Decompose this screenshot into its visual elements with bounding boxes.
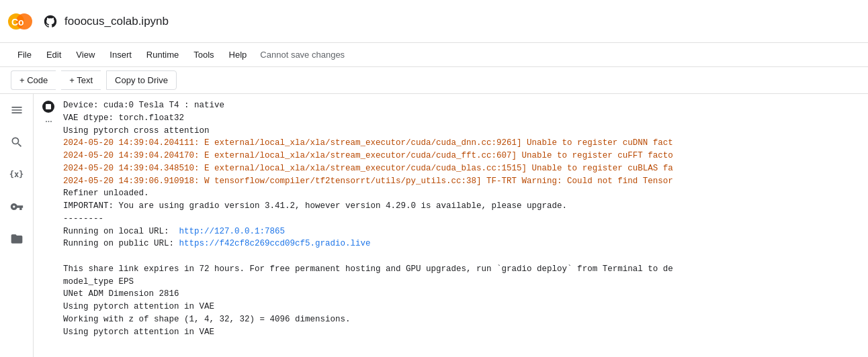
output-line: -------- xyxy=(63,213,863,225)
logo-area: Co xyxy=(7,8,34,35)
cannot-save-warning[interactable]: Cannot save changes xyxy=(260,50,345,60)
output-line: Using pytorch cross attention xyxy=(63,125,863,138)
output-line: This share link expires in 72 hours. For… xyxy=(63,263,863,276)
menu-insert[interactable]: Insert xyxy=(103,47,138,62)
notebook-title: fooocus_colab.ipynb xyxy=(64,15,169,28)
output-line: Using pytorch attention in VAE xyxy=(63,326,863,339)
public-url-link[interactable]: https://f42cf8c269ccd09cf5.gradio.live xyxy=(179,239,371,248)
copy-to-drive-button[interactable]: Copy to Drive xyxy=(106,70,177,90)
variables-sidebar-icon[interactable]: {x} xyxy=(6,164,28,185)
output-line: Refiner unloaded. xyxy=(63,187,863,200)
menu-runtime[interactable]: Runtime xyxy=(140,47,185,62)
cell-controls: ··· xyxy=(39,99,58,338)
output-line-public-url: Running on public URL: https://f42cf8c26… xyxy=(63,238,863,250)
menu-edit[interactable]: Edit xyxy=(40,47,68,62)
output-line: Device: cuda:0 Tesla T4 : native xyxy=(63,99,863,112)
secrets-sidebar-icon[interactable] xyxy=(6,196,28,217)
output-line: 2024-05-20 14:39:04.348510: E external/l… xyxy=(63,162,863,175)
add-code-button[interactable]: + Code xyxy=(11,70,56,90)
toc-sidebar-icon[interactable] xyxy=(6,99,28,121)
output-line: VAE dtype: torch.float32 xyxy=(63,112,863,125)
search-sidebar-icon[interactable] xyxy=(6,132,28,153)
files-sidebar-icon[interactable] xyxy=(6,228,28,250)
output-cell: ··· Device: cuda:0 Tesla T4 : native VAE… xyxy=(34,94,868,338)
menu-bar: File Edit View Insert Runtime Tools Help… xyxy=(0,43,868,67)
cell-menu-button[interactable]: ··· xyxy=(45,115,52,128)
output-line: 2024-05-20 14:39:04.204111: E external/l… xyxy=(63,137,863,150)
menu-tools[interactable]: Tools xyxy=(187,47,220,62)
content-area: ··· Device: cuda:0 Tesla T4 : native VAE… xyxy=(34,94,868,357)
top-bar: Co fooocus_colab.ipynb xyxy=(0,0,868,43)
copy-drive-label: Copy to Drive xyxy=(115,75,168,85)
output-line: Using pytorch attention in VAE xyxy=(63,301,863,313)
output-line: model_type EPS xyxy=(63,276,863,289)
output-text: Device: cuda:0 Tesla T4 : native VAE dty… xyxy=(63,99,863,338)
toolbar: + Code + Text Copy to Drive xyxy=(0,67,868,94)
svg-text:Co: Co xyxy=(11,17,24,28)
sidebar: {x} xyxy=(0,94,34,357)
stop-icon xyxy=(46,104,51,109)
main-layout: {x} ··· Device: cuda:0 Tesla T4 : native xyxy=(0,94,868,357)
plus-text-label: + Text xyxy=(69,75,93,85)
local-url-link[interactable]: http://127.0.0.1:7865 xyxy=(179,227,286,236)
plus-code-label: + Code xyxy=(19,75,48,85)
output-line: IMPORTANT: You are using gradio version … xyxy=(63,200,863,213)
add-text-button[interactable]: + Text xyxy=(61,70,101,90)
output-line: 2024-05-20 14:39:04.204170: E external/l… xyxy=(63,150,863,162)
stop-button[interactable] xyxy=(42,101,54,113)
output-line: 2024-05-20 14:39:06.910918: W tensorflow… xyxy=(63,175,863,188)
output-line: Working with z of shape (1, 4, 32, 32) =… xyxy=(63,313,863,326)
menu-view[interactable]: View xyxy=(69,47,101,62)
menu-help[interactable]: Help xyxy=(222,47,254,62)
output-line xyxy=(63,250,863,263)
output-line: UNet ADM Dimension 2816 xyxy=(63,288,863,301)
menu-file[interactable]: File xyxy=(11,47,38,62)
github-icon xyxy=(43,14,58,29)
colab-logo-icon: Co xyxy=(7,8,34,35)
output-line-local-url: Running on local URL: http://127.0.0.1:7… xyxy=(63,225,863,238)
